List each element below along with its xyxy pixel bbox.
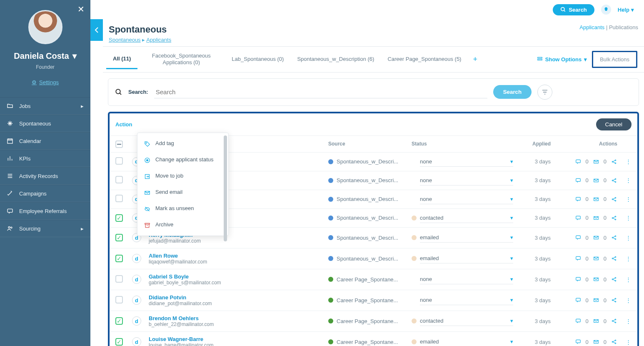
row-menu-button[interactable]: ⋮ <box>624 318 633 324</box>
comment-icon[interactable] <box>575 276 582 282</box>
share-icon[interactable] <box>611 318 617 324</box>
row-checkbox[interactable] <box>115 176 123 183</box>
share-icon[interactable] <box>611 159 617 165</box>
user-name-dropdown[interactable]: Daniela Costa ▾ <box>0 51 90 61</box>
row-checkbox[interactable] <box>115 275 123 283</box>
share-icon[interactable] <box>611 256 617 261</box>
status-select[interactable]: none▾ <box>420 274 513 284</box>
settings-link[interactable]: ⚙ Settings <box>0 79 90 85</box>
mail-icon[interactable] <box>593 235 599 241</box>
comment-icon[interactable] <box>575 256 582 261</box>
share-icon[interactable] <box>611 339 617 345</box>
breadcrumb-spontaneous[interactable]: Spontaneous <box>109 37 141 43</box>
back-button[interactable] <box>90 19 103 41</box>
sidebar-item-calendar[interactable]: Calendar <box>0 132 90 150</box>
status-select[interactable]: none▾ <box>420 176 513 186</box>
row-menu-button[interactable]: ⋮ <box>624 215 633 221</box>
row-checkbox[interactable] <box>115 157 123 165</box>
row-menu-button[interactable]: ⋮ <box>624 235 633 241</box>
dropdown-item-mark-as-unseen[interactable]: Mark as unseen <box>137 201 228 217</box>
share-icon[interactable] <box>611 276 617 282</box>
sidebar-close-button[interactable]: ✕ <box>77 4 85 14</box>
mail-icon[interactable] <box>593 159 599 165</box>
row-menu-button[interactable]: ⋮ <box>624 177 633 183</box>
status-select[interactable]: emailed▾ <box>420 337 513 346</box>
dropdown-item-move-to-job[interactable]: Move to job <box>137 168 228 184</box>
comment-icon[interactable] <box>575 196 582 202</box>
comment-icon[interactable] <box>575 159 582 165</box>
help-link[interactable]: Help ▾ <box>618 7 634 13</box>
row-menu-button[interactable]: ⋮ <box>624 297 633 303</box>
row-checkbox[interactable]: ✓ <box>115 255 123 262</box>
mail-icon[interactable] <box>593 196 599 202</box>
header-link-applicants[interactable]: Applicants <box>579 24 604 30</box>
mail-icon[interactable] <box>593 339 599 345</box>
mail-icon[interactable] <box>593 276 599 282</box>
status-select[interactable]: contacted▾ <box>420 316 513 326</box>
info-button[interactable] <box>601 5 611 15</box>
dropdown-item-add-tag[interactable]: Add tag <box>137 135 228 152</box>
dropdown-item-change-applicant-status[interactable]: Change applicant status <box>137 152 228 168</box>
mail-icon[interactable] <box>593 256 599 261</box>
sidebar-item-sourcing[interactable]: Sourcing▸ <box>0 220 90 237</box>
row-checkbox[interactable]: ✓ <box>115 338 123 346</box>
tab[interactable]: Career Page_Spontaneous (5) <box>381 50 468 68</box>
mail-icon[interactable] <box>593 178 599 183</box>
status-select[interactable]: none▾ <box>420 295 513 305</box>
sidebar-item-employee-referrals[interactable]: Employee Referrals <box>0 202 90 220</box>
add-tab-button[interactable]: + <box>468 55 482 64</box>
applicant-name[interactable]: Gabriel S Boyle <box>149 273 322 280</box>
sidebar-item-spontaneous[interactable]: Spontaneous <box>0 115 90 132</box>
comment-icon[interactable] <box>575 215 582 221</box>
comment-icon[interactable] <box>575 318 582 324</box>
row-menu-button[interactable]: ⋮ <box>624 256 633 262</box>
row-checkbox[interactable]: ✓ <box>115 317 123 325</box>
tab[interactable]: Spontaneous_w_Description (6) <box>290 50 381 68</box>
row-checkbox[interactable]: ✓ <box>115 234 123 241</box>
row-menu-button[interactable]: ⋮ <box>624 339 633 345</box>
row-checkbox[interactable]: ✓ <box>115 214 123 222</box>
search-input[interactable] <box>154 86 487 98</box>
mail-icon[interactable] <box>593 318 599 324</box>
row-menu-button[interactable]: ⋮ <box>624 276 633 283</box>
tab[interactable]: Facebook_Spontaneous Applications (0) <box>137 47 225 72</box>
status-select[interactable]: emailed▾ <box>420 253 513 263</box>
header-link-publications[interactable]: Publications <box>609 24 638 30</box>
row-menu-button[interactable]: ⋮ <box>624 158 633 165</box>
global-search-button[interactable]: Search <box>553 4 594 15</box>
status-select[interactable]: contacted▾ <box>420 213 513 223</box>
mail-icon[interactable] <box>593 297 599 303</box>
mail-icon[interactable] <box>593 215 599 221</box>
comment-icon[interactable] <box>575 178 582 183</box>
comment-icon[interactable] <box>575 339 582 345</box>
search-button[interactable]: Search <box>493 85 532 99</box>
row-menu-button[interactable]: ⋮ <box>624 196 633 202</box>
share-icon[interactable] <box>611 297 617 303</box>
sidebar-item-campaigns[interactable]: Campaigns <box>0 185 90 202</box>
tab[interactable]: All (11) <box>106 50 137 69</box>
select-all-checkbox[interactable] <box>115 140 123 148</box>
share-icon[interactable] <box>611 215 617 221</box>
dropdown-scrollbar[interactable] <box>224 135 227 241</box>
dropdown-item-archive[interactable]: Archive <box>137 217 228 233</box>
status-select[interactable]: none▾ <box>420 157 513 167</box>
status-select[interactable]: none▾ <box>420 194 513 204</box>
share-icon[interactable] <box>611 196 617 202</box>
share-icon[interactable] <box>611 178 617 183</box>
cancel-button[interactable]: Cancel <box>596 118 632 130</box>
dropdown-item-send-email[interactable]: Send email <box>137 184 228 201</box>
applicant-name[interactable]: Louise Wagner-Barre <box>149 336 322 342</box>
status-select[interactable]: emailed▾ <box>420 233 513 243</box>
filter-button[interactable] <box>537 85 552 100</box>
tab[interactable]: Lab_Spontaneous (0) <box>225 50 290 68</box>
applicant-name[interactable]: Brendon M Oehlers <box>149 315 322 321</box>
applicant-name[interactable]: Didiane Potvin <box>149 294 322 301</box>
share-icon[interactable] <box>611 235 617 241</box>
row-checkbox[interactable] <box>115 195 123 202</box>
sidebar-item-kpis[interactable]: KPIs <box>0 150 90 167</box>
comment-icon[interactable] <box>575 235 582 241</box>
show-options-toggle[interactable]: Show Options ▾ <box>537 56 587 63</box>
breadcrumb-applicants[interactable]: Applicants <box>146 37 171 43</box>
applicant-name[interactable]: Allen Rowe <box>149 253 322 259</box>
sidebar-item-jobs[interactable]: Jobs▸ <box>0 97 90 115</box>
